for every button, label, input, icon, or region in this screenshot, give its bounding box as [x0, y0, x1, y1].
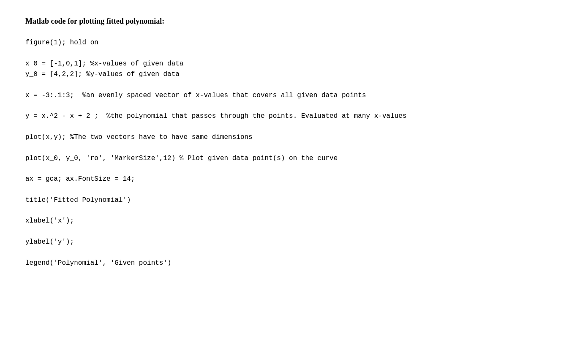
code-line-5: y = x.^2 - x + 2 ; %the polynomial that …	[25, 111, 563, 122]
code-group-10: ylabel('y');	[25, 237, 563, 248]
code-group-1: figure(1); hold on	[25, 38, 563, 49]
page-heading: Matlab code for plotting fitted polynomi…	[25, 17, 563, 26]
code-line-3: y_0 = [4,2,2]; %y-values of given data	[25, 69, 563, 80]
code-line-4: x = -3:.1:3; %an evenly spaced vector of…	[25, 90, 563, 101]
content-area: Matlab code for plotting fitted polynomi…	[25, 17, 563, 269]
code-group-11: legend('Polynomial', 'Given points')	[25, 258, 563, 269]
code-group-8: title('Fitted Polynomial')	[25, 195, 563, 206]
code-block: figure(1); hold on x_0 = [-1,0,1]; %x-va…	[25, 38, 563, 269]
code-group-5: plot(x,y); %The two vectors have to have…	[25, 132, 563, 143]
code-line-9: title('Fitted Polynomial')	[25, 195, 563, 206]
code-line-2: x_0 = [-1,0,1]; %x-values of given data	[25, 59, 563, 70]
code-line-10: xlabel('x');	[25, 216, 563, 227]
code-group-6: plot(x_0, y_0, 'ro', 'MarkerSize',12) % …	[25, 153, 563, 164]
code-line-11: ylabel('y');	[25, 237, 563, 248]
code-line-12: legend('Polynomial', 'Given points')	[25, 258, 563, 269]
code-line-6: plot(x,y); %The two vectors have to have…	[25, 132, 563, 143]
code-line-7: plot(x_0, y_0, 'ro', 'MarkerSize',12) % …	[25, 153, 563, 164]
code-line-8: ax = gca; ax.FontSize = 14;	[25, 174, 563, 185]
code-group-2: x_0 = [-1,0,1]; %x-values of given data …	[25, 59, 563, 80]
code-group-4: y = x.^2 - x + 2 ; %the polynomial that …	[25, 111, 563, 122]
code-group-9: xlabel('x');	[25, 216, 563, 227]
code-group-7: ax = gca; ax.FontSize = 14;	[25, 174, 563, 185]
code-line-1: figure(1); hold on	[25, 38, 563, 49]
code-group-3: x = -3:.1:3; %an evenly spaced vector of…	[25, 90, 563, 101]
